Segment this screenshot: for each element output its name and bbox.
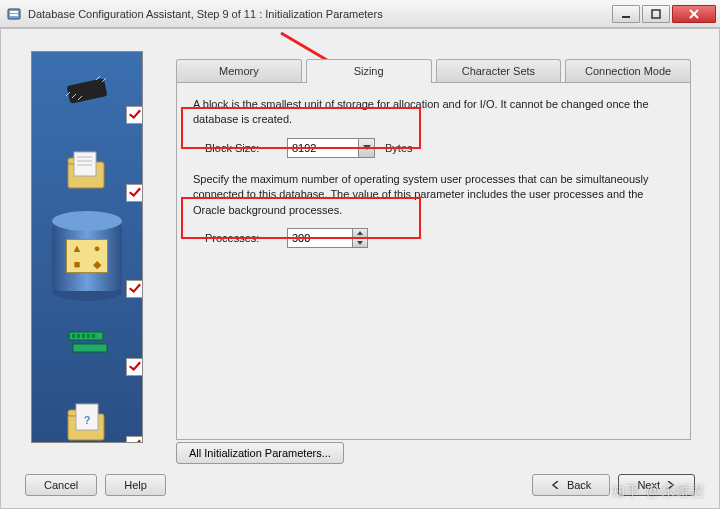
- back-button[interactable]: Back: [532, 474, 610, 496]
- chevron-left-icon: [551, 481, 561, 489]
- chevron-right-icon: [666, 481, 676, 489]
- minimize-button[interactable]: [612, 5, 640, 23]
- tab-memory[interactable]: Memory: [176, 59, 302, 82]
- wizard-step-2: [32, 130, 142, 208]
- folder-docs-icon: [62, 144, 112, 194]
- check-icon: [126, 280, 143, 298]
- tab-character-sets[interactable]: Character Sets: [436, 59, 562, 82]
- annotation-highlight-processes: [181, 197, 421, 239]
- wizard-step-1: [32, 52, 142, 130]
- maximize-button[interactable]: [642, 5, 670, 23]
- footer-buttons: Cancel Help Back Next: [25, 472, 695, 498]
- annotation-highlight-block-size: [181, 107, 421, 149]
- svg-rect-23: [82, 334, 85, 338]
- svg-rect-4: [652, 10, 660, 18]
- all-initialization-parameters-button[interactable]: All Initialization Parameters...: [176, 442, 344, 464]
- svg-rect-24: [87, 334, 90, 338]
- next-button-label: Next: [637, 479, 660, 491]
- app-icon: [6, 6, 22, 22]
- chip-icon: [60, 76, 114, 106]
- check-icon: [126, 106, 143, 124]
- svg-rect-15: [74, 152, 96, 176]
- help-button[interactable]: Help: [105, 474, 166, 496]
- svg-rect-2: [10, 14, 18, 16]
- database-icon: ▲ ● ■ ◆: [52, 211, 122, 301]
- next-button[interactable]: Next: [618, 474, 695, 496]
- wizard-step-3: ▲ ● ■ ◆: [32, 208, 142, 304]
- tabs-row: Memory Sizing Character Sets Connection …: [176, 59, 691, 83]
- memory-sticks-icon: [65, 326, 109, 360]
- folder-question-icon: ?: [62, 396, 112, 443]
- svg-rect-21: [72, 334, 75, 338]
- close-button[interactable]: [672, 5, 716, 23]
- svg-rect-25: [92, 334, 95, 338]
- back-button-label: Back: [567, 479, 591, 491]
- wizard-step-5: ?: [32, 382, 142, 443]
- svg-rect-20: [73, 344, 107, 352]
- wizard-steps-panel: ▲ ● ■ ◆ ?: [31, 51, 143, 443]
- tab-sizing[interactable]: Sizing: [306, 59, 432, 82]
- svg-rect-22: [77, 334, 80, 338]
- svg-text:?: ?: [84, 414, 91, 426]
- spinner-down-icon[interactable]: [353, 238, 367, 247]
- tab-connection-mode[interactable]: Connection Mode: [565, 59, 691, 82]
- wizard-step-4: [32, 304, 142, 382]
- check-icon: [126, 184, 143, 202]
- check-icon: [126, 436, 143, 443]
- svg-marker-32: [357, 241, 363, 245]
- workspace: ▲ ● ■ ◆ ? Memory Sizing Character Sets C…: [0, 28, 720, 509]
- window-title: Database Configuration Assistant, Step 9…: [28, 8, 383, 20]
- svg-rect-1: [10, 11, 18, 13]
- titlebar: Database Configuration Assistant, Step 9…: [0, 0, 720, 28]
- check-icon: [126, 358, 143, 376]
- svg-rect-7: [67, 78, 108, 104]
- cancel-button[interactable]: Cancel: [25, 474, 97, 496]
